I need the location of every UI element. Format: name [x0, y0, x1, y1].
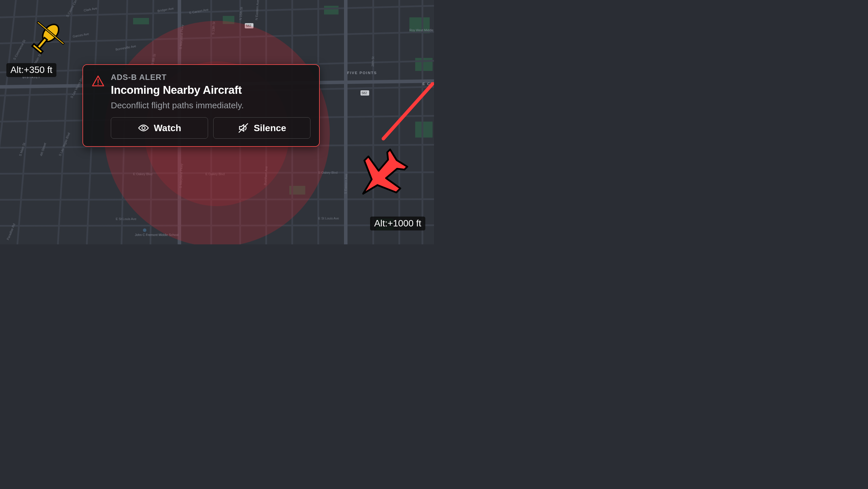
mute-icon	[238, 122, 249, 134]
helicopter-icon[interactable]	[26, 11, 72, 58]
airplane-icon[interactable]	[350, 143, 414, 207]
svg-point-50	[97, 84, 99, 85]
svg-rect-8	[415, 58, 433, 71]
watch-button[interactable]: Watch	[111, 117, 208, 139]
alert-title: Incoming Nearby Aircraft	[111, 84, 310, 96]
map-street-label: 28th St	[371, 56, 375, 66]
adsb-alert-panel: ADS-B ALERT Incoming Nearby Aircraft Dec…	[83, 64, 320, 147]
map-street-label: S Eastern Ave	[344, 174, 348, 194]
map-street-label: E St Louis Ave	[318, 217, 339, 220]
map-district-label: FIVE POINTS	[347, 70, 377, 75]
svg-rect-2	[133, 18, 149, 24]
svg-line-48	[383, 82, 434, 139]
watch-button-label: Watch	[154, 123, 181, 134]
silence-button[interactable]: Silence	[213, 117, 310, 139]
svg-rect-4	[324, 6, 339, 15]
alert-body: Deconflict flight paths immediately.	[111, 100, 310, 110]
helicopter-altitude-chip: Alt:+350 ft	[6, 63, 56, 77]
map-poi-label: Roy West Middle School	[409, 28, 434, 32]
silence-button-label: Silence	[254, 123, 286, 134]
airplane-altitude-chip: Alt:+1000 ft	[370, 217, 425, 230]
svg-point-38	[143, 228, 146, 232]
warning-triangle-icon	[92, 75, 104, 87]
svg-point-51	[142, 126, 145, 130]
map-street-label: E St Louis Ave	[116, 217, 136, 221]
alert-category: ADS-B ALERT	[111, 73, 310, 82]
eye-icon	[138, 122, 149, 134]
